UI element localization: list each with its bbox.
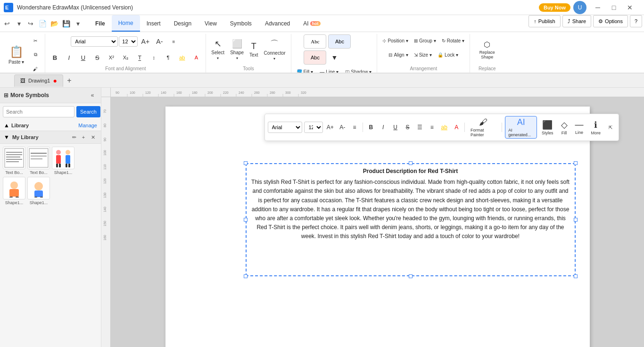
floating-bold[interactable]: B xyxy=(366,122,376,133)
line-spacing-button[interactable]: ↕ xyxy=(147,51,160,64)
style-swatch-3[interactable]: Abc xyxy=(304,50,326,65)
floating-decrease-font[interactable]: A- xyxy=(337,122,347,133)
format-painter-ribbon-button[interactable]: 🖌 xyxy=(29,62,42,74)
styles-expand-button[interactable]: ▼ xyxy=(328,52,341,63)
menu-home[interactable]: Home xyxy=(112,15,140,32)
menu-design[interactable]: Design xyxy=(167,15,198,32)
floating-toolbar-expand[interactable]: ⇱ xyxy=(605,122,616,133)
text-button[interactable]: T Text xyxy=(247,36,260,63)
superscript-button[interactable]: X² xyxy=(105,51,118,64)
help-button[interactable]: ? xyxy=(630,15,642,27)
add-tab-button[interactable]: + xyxy=(64,75,74,86)
increase-font-button[interactable]: A+ xyxy=(139,37,152,46)
style-swatch-2[interactable]: Abc xyxy=(328,34,351,49)
shadow-button[interactable]: ◫ Shadow ▾ xyxy=(343,65,374,74)
fill-button[interactable]: 🪣 Fill ▾ xyxy=(294,65,316,74)
floating-align[interactable]: ≡ xyxy=(349,122,360,133)
thumbnail-item-3[interactable]: Shape1... xyxy=(52,147,74,175)
align-button[interactable]: ⊟ Align ▾ xyxy=(386,48,410,61)
font-color-button[interactable]: A xyxy=(190,51,203,64)
share-button[interactable]: ⤴ Share xyxy=(562,15,591,27)
menu-view[interactable]: View xyxy=(198,15,223,32)
thumbnail-item-2[interactable]: Text Bo... xyxy=(27,147,50,175)
para-spacing-button[interactable]: ¶ xyxy=(161,51,174,64)
maximize-button[interactable]: □ xyxy=(607,3,620,12)
sidebar-collapse-button[interactable]: « xyxy=(88,91,97,100)
menu-file[interactable]: File xyxy=(89,15,112,32)
fill-button-float[interactable]: ◇ Fill xyxy=(558,119,570,136)
menu-symbols[interactable]: Symbols xyxy=(223,15,258,32)
open-file-button[interactable]: 📂 xyxy=(49,18,59,29)
bold-button[interactable]: B xyxy=(48,51,61,64)
copy-button[interactable]: ⧉ xyxy=(29,48,42,61)
text-align-button[interactable]: ≡ xyxy=(167,38,180,46)
thumbnail-item-1[interactable]: Text Bo... xyxy=(3,147,25,175)
connector-button[interactable]: ⌒ Connector ▾ xyxy=(261,36,288,63)
line-button-float[interactable]: — Line xyxy=(572,119,586,136)
style-swatch-1[interactable]: Abc xyxy=(304,34,326,49)
tab-drawing1[interactable]: 🖼 Drawing1 ● xyxy=(14,74,63,87)
cut-button[interactable]: ✂ xyxy=(29,34,42,47)
menu-insert[interactable]: Insert xyxy=(140,15,167,32)
ai-generated-button[interactable]: AI AI generated... xyxy=(505,116,537,139)
floating-font-family[interactable]: Arial xyxy=(268,122,303,133)
floating-highlight[interactable]: ab xyxy=(439,122,449,133)
group-button[interactable]: ⊞ Group ▾ xyxy=(412,34,438,47)
my-library-edit-button[interactable]: ✏ xyxy=(70,133,78,141)
floating-font-color[interactable]: A xyxy=(451,122,462,133)
menu-ai[interactable]: AIhot xyxy=(297,15,327,32)
floating-list[interactable]: ≡ xyxy=(427,122,437,133)
more-button-float[interactable]: ℹ More xyxy=(588,119,604,136)
thumbnail-img-5 xyxy=(27,177,50,199)
floating-bullets[interactable]: ☰ xyxy=(415,122,425,133)
size-button[interactable]: ⇲ Size ▾ xyxy=(412,48,434,61)
manage-link[interactable]: Manage xyxy=(78,123,97,128)
position-button[interactable]: ⊹ Position ▾ xyxy=(380,34,411,47)
menu-advanced[interactable]: Advanced xyxy=(258,15,297,32)
font-size-select[interactable]: 12 xyxy=(119,36,138,47)
redo-button[interactable]: ↪ xyxy=(25,18,36,29)
lock-button[interactable]: 🔒 Lock ▾ xyxy=(435,48,461,61)
select-button[interactable]: ↖ Select ▾ xyxy=(209,36,227,63)
user-avatar[interactable]: U xyxy=(573,1,586,14)
strikethrough-button[interactable]: S xyxy=(91,51,104,64)
floating-font-size[interactable]: 12 xyxy=(304,122,323,133)
thumbnail-item-4[interactable]: Shape1... xyxy=(3,177,25,205)
text-shadow-button[interactable]: T̲ xyxy=(133,51,146,64)
publish-button[interactable]: ↑ Publish xyxy=(528,15,561,27)
save-button[interactable]: 💾 xyxy=(61,18,71,29)
close-button[interactable]: ✕ xyxy=(623,3,636,12)
floating-strikethrough[interactable]: S xyxy=(403,122,413,133)
more-qa-button[interactable]: ▾ xyxy=(73,18,83,29)
format-painter-button[interactable]: 🖌 Format Painter xyxy=(468,116,499,138)
subscript-button[interactable]: X₂ xyxy=(119,51,132,64)
minimize-button[interactable]: ─ xyxy=(591,3,604,12)
font-highlight-button[interactable]: ab xyxy=(175,51,189,64)
buy-now-button[interactable]: Buy Now xyxy=(539,3,570,12)
new-file-button[interactable]: 📄 xyxy=(37,18,48,29)
undo-dropdown[interactable]: ▾ xyxy=(14,18,24,29)
search-input[interactable] xyxy=(3,106,74,117)
floating-increase-font[interactable]: A+ xyxy=(325,122,335,133)
shape-button[interactable]: ⬜ Shape ▾ xyxy=(228,36,246,63)
thumbnail-item-5[interactable]: Shape1... xyxy=(27,177,50,205)
my-library-add-button[interactable]: + xyxy=(79,133,88,141)
line-button[interactable]: — Line ▾ xyxy=(317,65,341,74)
canvas-content[interactable]: Arial 12 A+ A- ≡ B I U S ☰ ≡ ab A xyxy=(111,97,644,347)
floating-underline[interactable]: U xyxy=(390,122,401,133)
font-family-select[interactable]: Arial xyxy=(71,36,118,47)
options-button[interactable]: ⚙ Options xyxy=(593,15,628,27)
paste-button[interactable]: 📋 Paste ▾ xyxy=(5,41,28,68)
search-button[interactable]: Search xyxy=(76,106,100,117)
rotate-button[interactable]: ↻ Rotate ▾ xyxy=(439,34,467,47)
svg-point-12 xyxy=(56,150,61,155)
underline-button[interactable]: U xyxy=(76,51,90,64)
shape-icon: ⬜ xyxy=(232,39,242,49)
undo-button[interactable]: ↩ xyxy=(2,18,12,29)
floating-italic[interactable]: I xyxy=(378,122,388,133)
my-library-close-button[interactable]: ✕ xyxy=(89,133,97,141)
italic-button[interactable]: I xyxy=(62,51,75,64)
replace-shape-button[interactable]: ⬡ Replace Shape xyxy=(473,36,501,63)
styles-button[interactable]: ⬛ Styles xyxy=(539,119,556,136)
decrease-font-button[interactable]: A- xyxy=(153,37,166,46)
